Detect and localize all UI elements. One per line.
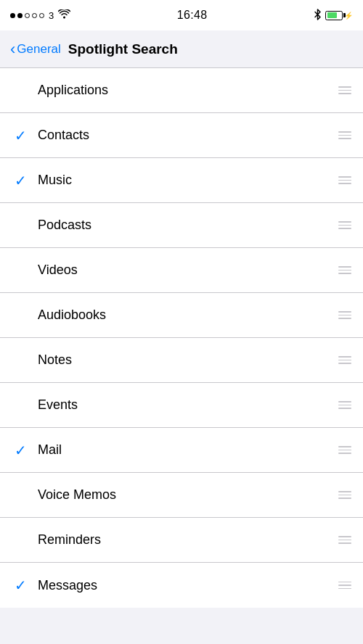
checkmark-messages: ✓ [10, 577, 30, 594]
drag-line [338, 228, 351, 229]
drag-handle-podcasts[interactable] [337, 221, 353, 229]
drag-line [338, 446, 351, 447]
item-label-music: Music [38, 173, 337, 188]
drag-line [338, 180, 351, 181]
item-label-audiobooks: Audiobooks [38, 307, 337, 323]
drag-handle-voice-memos[interactable] [337, 491, 353, 499]
drag-line [338, 311, 351, 313]
list-item-podcasts[interactable]: Podcasts [0, 203, 363, 248]
signal-dot-5 [39, 13, 44, 18]
drag-line [338, 536, 351, 537]
checkmark-contacts: ✓ [10, 127, 30, 144]
list-item-notes[interactable]: Notes [0, 338, 363, 383]
drag-line [338, 315, 351, 316]
drag-line [338, 131, 351, 133]
status-bar: 3 16:48 ⚡ [0, 0, 363, 30]
list-item-events[interactable]: Events [0, 383, 363, 428]
drag-line [338, 405, 351, 406]
status-right: ⚡ [314, 9, 353, 22]
battery-body [325, 11, 343, 20]
drag-handle-audiobooks[interactable] [337, 311, 353, 319]
item-label-contacts: Contacts [38, 128, 337, 143]
back-chevron-icon: ‹ [10, 41, 15, 57]
item-label-events: Events [38, 397, 337, 413]
signal-icon [10, 13, 44, 18]
drag-handle-messages[interactable] [337, 582, 353, 590]
drag-handle-reminders[interactable] [337, 536, 353, 544]
drag-line [338, 356, 351, 358]
drag-line [338, 138, 351, 139]
signal-dot-2 [17, 13, 23, 18]
drag-line [338, 408, 351, 409]
drag-line [338, 86, 351, 88]
drag-handle-applications[interactable] [337, 86, 353, 94]
list-item-voice-memos[interactable]: Voice Memos [0, 473, 363, 518]
back-button[interactable]: ‹ General [10, 41, 61, 57]
drag-line [338, 498, 351, 499]
list-item-audiobooks[interactable]: Audiobooks [0, 293, 363, 338]
list-item-music[interactable]: ✓Music [0, 158, 363, 203]
drag-handle-events[interactable] [337, 401, 353, 409]
item-label-mail: Mail [38, 442, 337, 458]
clock: 16:48 [177, 9, 208, 22]
drag-line [338, 540, 351, 541]
drag-line [338, 273, 351, 274]
item-label-messages: Messages [38, 578, 337, 593]
status-left: 3 [10, 9, 70, 21]
checkmark-mail: ✓ [10, 442, 30, 459]
drag-line [338, 585, 351, 586]
drag-line [338, 588, 351, 590]
list-item-messages[interactable]: ✓Messages [0, 563, 363, 608]
list-item-contacts[interactable]: ✓Contacts [0, 113, 363, 158]
item-label-applications: Applications [38, 83, 337, 98]
drag-line [338, 225, 351, 226]
checkmark-music: ✓ [10, 172, 30, 189]
drag-line [338, 491, 351, 492]
wifi-icon [58, 9, 70, 21]
item-label-reminders: Reminders [38, 532, 337, 548]
spotlight-search-list: Applications✓Contacts✓MusicPodcastsVideo… [0, 68, 363, 608]
drag-line [338, 90, 351, 91]
item-label-podcasts: Podcasts [38, 218, 337, 233]
nav-header: ‹ General Spotlight Search [0, 30, 363, 68]
item-label-notes: Notes [38, 352, 337, 368]
drag-line [338, 221, 351, 223]
signal-dot-4 [32, 13, 37, 18]
page-title: Spotlight Search [68, 41, 178, 57]
list-item-reminders[interactable]: Reminders [0, 518, 363, 563]
drag-handle-contacts[interactable] [337, 131, 353, 139]
drag-line [338, 453, 351, 454]
item-label-videos: Videos [38, 263, 337, 278]
drag-line [338, 360, 351, 361]
signal-dot-3 [25, 13, 30, 18]
list-item-applications[interactable]: Applications [0, 68, 363, 113]
list-item-mail[interactable]: ✓Mail [0, 428, 363, 473]
drag-line [338, 176, 351, 178]
drag-handle-notes[interactable] [337, 356, 353, 364]
battery-fill [327, 12, 337, 18]
drag-line [338, 93, 351, 94]
drag-line [338, 318, 351, 319]
battery-icon: ⚡ [325, 11, 353, 20]
signal-dot-1 [10, 13, 15, 18]
list-item-videos[interactable]: Videos [0, 248, 363, 293]
drag-line [338, 135, 351, 136]
item-label-voice-memos: Voice Memos [38, 487, 337, 503]
drag-line [338, 270, 351, 271]
drag-line [338, 363, 351, 364]
drag-line [338, 582, 351, 583]
drag-line [338, 183, 351, 184]
carrier-label: 3 [49, 10, 54, 21]
drag-line [338, 450, 351, 451]
bluetooth-icon [314, 9, 322, 22]
drag-line [338, 401, 351, 402]
drag-handle-music[interactable] [337, 176, 353, 184]
drag-line [338, 542, 351, 544]
drag-handle-videos[interactable] [337, 266, 353, 274]
drag-line [338, 266, 351, 268]
drag-line [338, 495, 351, 496]
back-label: General [17, 42, 60, 57]
drag-handle-mail[interactable] [337, 446, 353, 454]
